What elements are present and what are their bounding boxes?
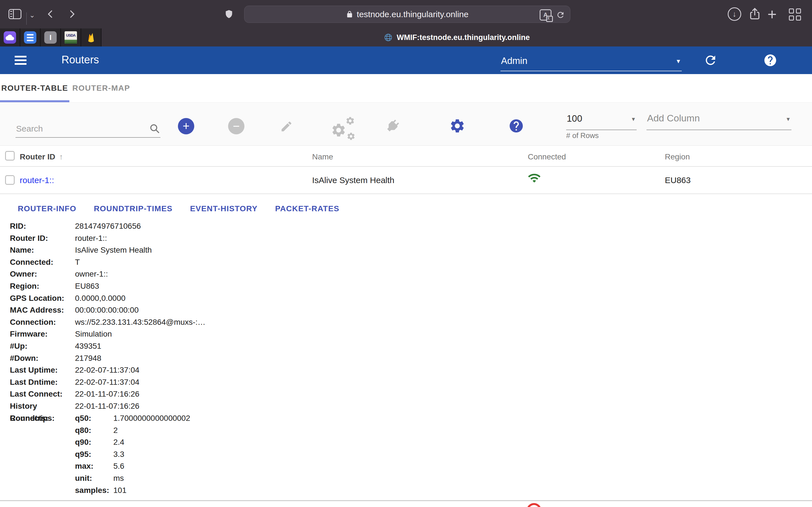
rows-per-page-select[interactable]: 100 ▾ [566, 108, 637, 130]
detail-label: Name: [10, 244, 75, 256]
plus-icon: + [183, 119, 190, 133]
table-toolbar: + − 100 ▾ # of Rows Add Column ▾ [0, 102, 812, 146]
detail-value: 00:00:00:00:00:00 [75, 304, 206, 316]
add-column-select[interactable]: Add Column ▾ [647, 108, 792, 130]
share-icon[interactable] [748, 7, 762, 22]
router-id-link[interactable]: router-1:: [20, 175, 54, 185]
roundtrips-label: Roundtrips: [10, 412, 75, 425]
detail-value: 439351 [75, 340, 206, 352]
downloads-icon[interactable]: ↓ [728, 7, 741, 21]
sidebar-pane [9, 10, 14, 18]
detail-label: #Down: [10, 352, 75, 364]
pinned-tab-cloud[interactable] [0, 29, 20, 47]
table-header-row: Router ID↑ Name Connected Region [0, 146, 812, 167]
help-button[interactable] [763, 53, 777, 67]
pinned-tab-info[interactable]: I [41, 29, 61, 47]
tab-router-table[interactable]: ROUTER-TABLE [0, 74, 69, 102]
forward-icon[interactable] [67, 8, 77, 20]
detail-label: Last Uptime: [10, 364, 75, 376]
router-id-detail-link[interactable]: router-1:: [75, 232, 206, 244]
rt-key: q50: [75, 412, 113, 425]
add-router-button[interactable]: + [178, 118, 194, 134]
tab-packet-rates[interactable]: PACKET-RATES [275, 204, 340, 213]
rt-value: 101 [113, 485, 190, 497]
rt-value: 2.4 [113, 436, 190, 448]
rt-value: 3.3 [113, 448, 190, 460]
rt-key: samples: [75, 485, 113, 497]
settings-button[interactable] [449, 118, 465, 134]
detail-value: ws://52.233.131.43:52864@muxs-:… [75, 316, 206, 328]
pinned-tab-firebase[interactable] [81, 29, 101, 47]
tab-router-map[interactable]: ROUTER-MAP [69, 74, 133, 102]
rt-key: max: [75, 460, 113, 472]
detail-label: GPS Location: [10, 292, 75, 304]
wifi-connected-icon [527, 171, 541, 185]
new-tab-icon[interactable]: + [767, 5, 777, 23]
page-title: Routers [61, 54, 99, 66]
back-icon[interactable] [46, 8, 55, 20]
privacy-shield-icon[interactable] [224, 8, 234, 20]
bulk-config-button[interactable] [331, 115, 362, 145]
translate-icon[interactable]: A文 [540, 9, 552, 20]
router-region: EU863 [665, 175, 691, 185]
browser-toolbar: ⌄ testnode.eu.thingularity.online A文 ↓ + [0, 0, 812, 29]
detail-value: T [75, 256, 206, 269]
detail-label: Router ID: [10, 232, 75, 244]
account-caret-icon: ▾ [677, 57, 680, 65]
detail-label: Connected: [10, 256, 75, 269]
detail-label: MAC Address: [10, 304, 75, 316]
row-checkbox[interactable] [5, 175, 15, 185]
detail-value: 22-02-07-11:37:04 [75, 364, 206, 376]
menu-icon[interactable] [15, 56, 27, 65]
connect-button[interactable] [381, 114, 404, 137]
active-tab-underline [0, 100, 69, 102]
screen: ⌄ testnode.eu.thingularity.online A文 ↓ + [0, 0, 812, 507]
detail-value: owner-1:: [75, 268, 206, 280]
search-input[interactable] [15, 124, 141, 134]
remove-router-button[interactable]: − [228, 118, 245, 134]
app-header: Routers Admin ▾ [0, 47, 812, 74]
table-row[interactable]: router-1:: IsAlive System Health EU863 [0, 167, 812, 194]
search-field[interactable] [15, 111, 160, 138]
edit-button[interactable] [280, 120, 293, 133]
select-all-checkbox[interactable] [5, 151, 15, 161]
detail-label: Region: [10, 280, 75, 292]
detail-value: IsAlive System Health [75, 244, 206, 256]
detail-value: 0.0000,0.0000 [75, 292, 206, 304]
toolbar-help-button[interactable] [508, 118, 524, 134]
docs-app-icon [24, 31, 36, 44]
detail-label: Connection: [10, 316, 75, 328]
sidebar-caret-icon[interactable]: ⌄ [29, 11, 35, 19]
rt-value: 5.6 [113, 460, 190, 472]
search-icon [149, 122, 160, 134]
router-name: IsAlive System Health [312, 175, 395, 185]
disconnected-icon [527, 503, 541, 507]
url-bar[interactable]: testnode.eu.thingularity.online A文 [244, 6, 570, 23]
roundtrips-block: Roundtrips: q50:1.7000000000000002 q80:2… [10, 412, 190, 496]
detail-label: Last Dntime: [10, 376, 75, 388]
pinned-tab-docs[interactable] [20, 29, 41, 47]
detail-label: Firmware: [10, 328, 75, 340]
sidebar-toggle-icon[interactable] [8, 9, 21, 19]
rid-link[interactable]: 281474976710656 [75, 220, 206, 232]
tab-router-info[interactable]: ROUTER-INFO [18, 204, 77, 213]
tab-event-history[interactable]: EVENT-HISTORY [190, 204, 258, 213]
column-connected[interactable]: Connected [528, 152, 566, 161]
tab-roundtrip-times[interactable]: ROUNDTRIP-TIMES [94, 204, 172, 213]
pinned-tab-usda[interactable]: USDA [61, 29, 81, 47]
column-router-id[interactable]: Router ID↑ [20, 152, 63, 161]
detail-tab-bar: ROUTER-INFO ROUNDTRIP-TIMES EVENT-HISTOR… [0, 198, 812, 219]
reload-icon[interactable] [556, 10, 565, 19]
tab-overview-icon[interactable] [789, 8, 801, 20]
column-name[interactable]: Name [312, 152, 333, 161]
tab-strip: I USDA WMIF:testnode.eu.thingularity.onl… [0, 29, 812, 47]
refresh-button[interactable] [703, 53, 718, 67]
detail-value: EU863 [75, 280, 206, 292]
toolbar-separator [26, 12, 27, 25]
sort-asc-icon[interactable]: ↑ [59, 152, 63, 161]
active-tab[interactable]: WMIF:testnode.eu.thingularity.online [101, 29, 812, 47]
column-region[interactable]: Region [665, 152, 690, 161]
account-select[interactable]: Admin ▾ [500, 49, 682, 71]
rt-key: q95: [75, 448, 113, 460]
bottom-divider [0, 500, 812, 501]
